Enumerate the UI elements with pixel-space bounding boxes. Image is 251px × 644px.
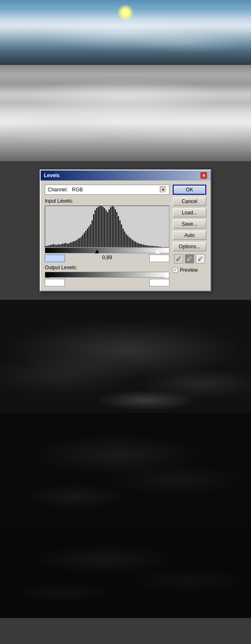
svg-rect-31	[92, 220, 92, 247]
svg-rect-57	[132, 240, 133, 247]
svg-rect-27	[85, 231, 86, 247]
svg-rect-13	[64, 243, 64, 247]
svg-rect-55	[129, 237, 130, 247]
svg-rect-72	[155, 246, 156, 247]
svg-rect-34	[96, 208, 97, 247]
sky-color-image	[0, 0, 251, 65]
svg-rect-3	[48, 245, 49, 247]
dark-sky-panel-1	[0, 300, 251, 413]
input-values-row: 108 0,89 233	[45, 255, 169, 262]
black-eyedropper-icon: 🖊	[176, 256, 181, 262]
svg-rect-7	[54, 245, 55, 247]
save-button[interactable]: Save...	[173, 219, 206, 229]
preview-label: Preview	[180, 267, 198, 273]
svg-rect-71	[154, 246, 154, 247]
svg-rect-30	[90, 224, 91, 247]
svg-rect-53	[126, 234, 126, 247]
cancel-button[interactable]: Cancel	[173, 197, 206, 206]
dialog-body: Channel: RGB ▼ Input Levels:	[41, 180, 210, 291]
input-white-handle[interactable]	[156, 250, 160, 253]
svg-rect-56	[131, 238, 131, 247]
preview-row: ✓ Preview	[173, 267, 206, 273]
input-gray-handle[interactable]	[110, 250, 114, 253]
output-levels-section: Output Levels: 0 255	[45, 265, 169, 286]
svg-rect-38	[102, 207, 103, 247]
gray-eyedropper-button[interactable]: 🖊	[185, 254, 194, 263]
svg-rect-59	[135, 242, 136, 247]
svg-rect-28	[87, 229, 88, 247]
svg-rect-2	[47, 246, 48, 247]
input-left-value[interactable]: 108	[45, 255, 65, 262]
preview-checkbox[interactable]: ✓	[173, 268, 178, 273]
channel-dropdown[interactable]: ▼	[160, 186, 166, 193]
svg-rect-51	[123, 229, 123, 247]
load-button[interactable]: Load...	[173, 208, 206, 217]
input-right-value[interactable]: 233	[149, 255, 169, 262]
input-levels-label: Input Levels:	[45, 198, 169, 204]
svg-rect-73	[156, 246, 157, 247]
auto-button[interactable]: Auto	[173, 231, 206, 240]
output-black-handle[interactable]	[46, 274, 50, 278]
output-levels-label: Output Levels:	[45, 265, 169, 270]
svg-rect-39	[104, 208, 105, 247]
svg-rect-50	[121, 224, 122, 247]
svg-rect-14	[65, 243, 66, 247]
svg-rect-62	[140, 244, 141, 247]
options-button[interactable]: Options...	[173, 242, 206, 251]
svg-rect-46	[115, 209, 116, 247]
output-left-value[interactable]: 0	[45, 279, 65, 286]
svg-rect-63	[141, 244, 142, 247]
output-white-handle[interactable]	[164, 274, 169, 278]
svg-rect-54	[127, 236, 128, 247]
svg-rect-66	[146, 245, 147, 247]
white-eyedropper-button[interactable]: 🖊	[196, 254, 205, 263]
svg-rect-19	[73, 241, 74, 247]
svg-rect-8	[56, 245, 57, 247]
svg-rect-5	[51, 245, 52, 247]
svg-rect-32	[93, 214, 94, 247]
svg-rect-22	[78, 239, 79, 247]
svg-rect-41	[107, 212, 108, 247]
black-eyedropper-button[interactable]: 🖊	[174, 254, 183, 263]
ok-button[interactable]: OK	[173, 185, 206, 195]
svg-rect-23	[79, 238, 80, 247]
input-black-handle[interactable]	[95, 250, 99, 253]
gray-eyedropper-icon: 🖊	[187, 256, 192, 262]
svg-rect-68	[149, 246, 150, 247]
svg-rect-47	[116, 212, 117, 247]
svg-rect-69	[151, 246, 151, 247]
dialog-overlay: Levels ✕ Channel: RGB ▼ Input Levels:	[0, 161, 251, 300]
sky-gray-panel	[0, 65, 251, 161]
output-slider-track[interactable]	[45, 272, 169, 278]
svg-rect-52	[124, 232, 125, 247]
svg-rect-67	[147, 245, 148, 247]
output-right-value[interactable]: 255	[149, 279, 169, 286]
svg-rect-4	[50, 245, 51, 247]
close-icon: ✕	[202, 173, 205, 178]
input-slider-track[interactable]	[45, 247, 169, 253]
svg-rect-26	[84, 233, 85, 247]
svg-rect-36	[100, 206, 100, 247]
svg-rect-74	[158, 247, 159, 247]
svg-rect-64	[143, 245, 143, 247]
svg-rect-18	[72, 242, 72, 247]
svg-rect-49	[120, 220, 120, 247]
svg-rect-12	[62, 244, 63, 247]
output-values-row: 0 255	[45, 279, 169, 286]
levels-dialog: Levels ✕ Channel: RGB ▼ Input Levels:	[40, 170, 211, 291]
svg-rect-65	[144, 245, 145, 247]
svg-rect-25	[82, 235, 83, 247]
svg-rect-10	[59, 245, 60, 247]
svg-rect-48	[118, 216, 119, 247]
svg-rect-42	[109, 209, 110, 247]
input-mid-value: 0,89	[102, 255, 112, 262]
svg-rect-29	[89, 227, 90, 247]
dialog-right-panel: OK Cancel Load... Save... Auto Options..…	[173, 185, 206, 286]
svg-rect-1	[45, 246, 46, 247]
input-levels-section: Input Levels:	[45, 198, 169, 262]
close-button[interactable]: ✕	[200, 172, 207, 179]
histogram	[45, 206, 169, 247]
svg-rect-75	[160, 247, 161, 247]
svg-rect-35	[98, 207, 99, 247]
svg-rect-37	[101, 206, 102, 247]
